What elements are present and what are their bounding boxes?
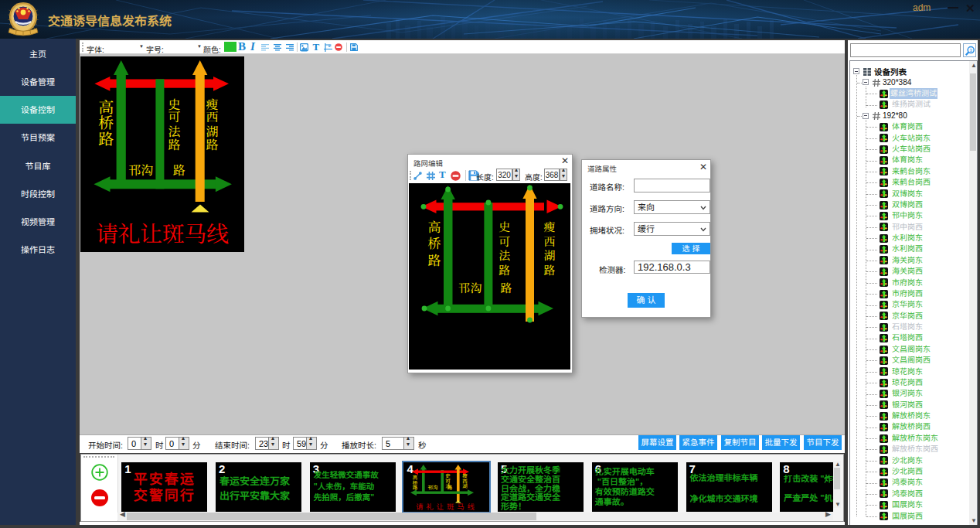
svg-text:路: 路	[98, 127, 114, 149]
svg-text:邗: 邗	[458, 279, 470, 295]
svg-text:湖: 湖	[463, 482, 468, 489]
svg-text:路: 路	[499, 261, 510, 278]
svg-text:路: 路	[500, 279, 512, 295]
svg-text:沟: 沟	[470, 279, 481, 295]
svg-text:路: 路	[543, 261, 555, 278]
svg-text:路: 路	[428, 250, 441, 269]
svg-text:请礼让斑马线: 请礼让斑马线	[96, 216, 229, 248]
svg-text:路: 路	[168, 135, 180, 153]
svg-text:路: 路	[206, 135, 219, 153]
svg-text:路: 路	[173, 161, 185, 179]
svg-text:邗: 邗	[128, 161, 141, 179]
svg-text:沟: 沟	[141, 161, 153, 179]
svg-text:请礼让斑马线: 请礼让斑马线	[416, 501, 475, 512]
svg-text:邗沟: 邗沟	[428, 483, 438, 491]
svg-text:路: 路	[413, 483, 418, 491]
svg-text:路: 路	[447, 483, 453, 491]
svg-text:3: 3	[969, 48, 972, 53]
